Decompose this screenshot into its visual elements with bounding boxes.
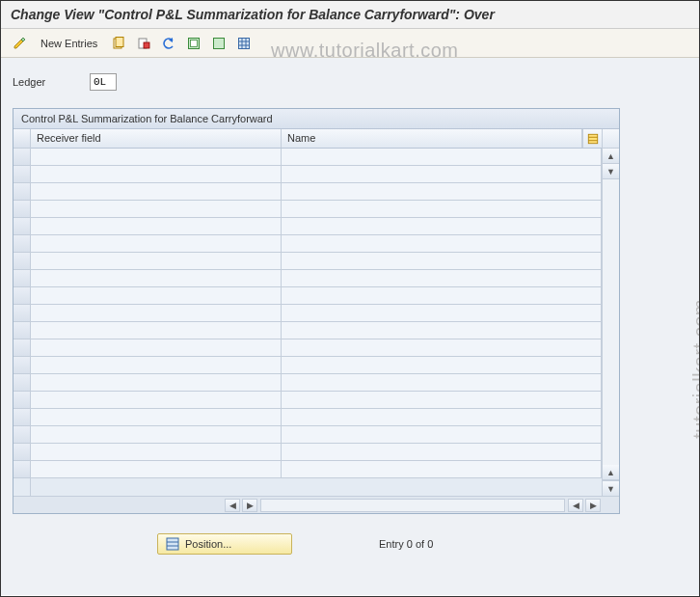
- column-header-name[interactable]: Name: [282, 129, 582, 148]
- grid-select-row[interactable]: [13, 339, 30, 357]
- table-row[interactable]: [31, 461, 602, 478]
- page-title: Change View "Control P&L Summarization f…: [1, 1, 699, 29]
- table-row[interactable]: [31, 270, 602, 287]
- table-row[interactable]: [31, 166, 602, 183]
- table-row[interactable]: [31, 392, 602, 409]
- entry-count-text: Entry 0 of 0: [379, 538, 433, 550]
- svg-rect-12: [588, 134, 597, 143]
- table-row[interactable]: [31, 322, 602, 339]
- copy-as-button[interactable]: [108, 34, 129, 53]
- toolbar: New Entries: [1, 29, 699, 58]
- grid-select-row[interactable]: [13, 235, 30, 253]
- table-row[interactable]: [31, 374, 602, 392]
- vertical-scrollbar[interactable]: ▲ ▼ ▲ ▼: [602, 129, 619, 496]
- ledger-field-row: Ledger: [13, 73, 687, 91]
- undo-button[interactable]: [158, 34, 179, 53]
- hscroll-track[interactable]: [260, 499, 565, 512]
- configure-columns-button[interactable]: [582, 129, 602, 148]
- table-row[interactable]: [31, 183, 602, 201]
- table-row[interactable]: [31, 149, 602, 166]
- column-header-receiver-field[interactable]: Receiver field: [31, 129, 282, 148]
- svg-rect-3: [144, 42, 149, 48]
- position-button[interactable]: Position...: [157, 533, 292, 555]
- grid-select-row[interactable]: [13, 409, 30, 426]
- position-label: Position...: [185, 538, 231, 550]
- table-row[interactable]: [31, 218, 602, 235]
- grid-select-row[interactable]: [13, 444, 30, 461]
- grid-select-row[interactable]: [13, 201, 30, 218]
- ledger-label: Ledger: [13, 76, 70, 88]
- scroll-track[interactable]: [603, 179, 619, 465]
- grid-select-row[interactable]: [13, 149, 30, 166]
- grid-select-row[interactable]: [13, 322, 30, 339]
- svg-rect-6: [214, 38, 225, 48]
- toggle-display-change-button[interactable]: [9, 34, 30, 53]
- grid-select-row[interactable]: [13, 253, 30, 270]
- watermark-side: tutorialkart.com: [689, 299, 700, 439]
- scroll-up-button[interactable]: ▲: [603, 149, 619, 164]
- table-row[interactable]: [31, 287, 602, 305]
- table-row[interactable]: [31, 409, 602, 426]
- table-row[interactable]: [31, 305, 602, 322]
- grid-panel: Control P&L Summarization for Balance Ca…: [13, 108, 620, 514]
- svg-rect-1: [116, 37, 123, 46]
- scroll-down2-button[interactable]: ▼: [603, 480, 619, 496]
- grid-select-row[interactable]: [13, 305, 30, 322]
- ledger-input[interactable]: [90, 73, 117, 91]
- grid-select-column: [13, 129, 31, 496]
- grid-rows: [31, 149, 602, 496]
- table-row[interactable]: [31, 444, 602, 461]
- grid-select-row[interactable]: [13, 218, 30, 235]
- grid-select-row[interactable]: [13, 461, 30, 478]
- scroll-left-button[interactable]: ◀: [225, 499, 240, 512]
- grid-select-row[interactable]: [13, 270, 30, 287]
- grid-select-row[interactable]: [13, 287, 30, 305]
- grid-select-row[interactable]: [13, 426, 30, 444]
- scroll-right-button[interactable]: ▶: [242, 499, 257, 512]
- grid-select-row[interactable]: [13, 392, 30, 409]
- table-config-icon: [587, 133, 599, 145]
- select-all-button[interactable]: [183, 34, 204, 53]
- table-row[interactable]: [31, 235, 602, 253]
- table-row[interactable]: [31, 339, 602, 357]
- table-row[interactable]: [31, 253, 602, 270]
- new-entries-button[interactable]: New Entries: [34, 34, 104, 53]
- grid-panel-title: Control P&L Summarization for Balance Ca…: [13, 109, 619, 129]
- scroll-up2-button[interactable]: ▲: [603, 465, 619, 480]
- scroll-down-button[interactable]: ▼: [603, 164, 619, 179]
- grid-select-row[interactable]: [13, 183, 30, 201]
- deselect-all-button[interactable]: [208, 34, 229, 53]
- table-row[interactable]: [31, 426, 602, 444]
- delete-button[interactable]: [133, 34, 154, 53]
- grid-select-row[interactable]: [13, 374, 30, 392]
- svg-rect-5: [191, 40, 198, 46]
- table-row[interactable]: [31, 357, 602, 374]
- table-settings-button[interactable]: [233, 34, 255, 53]
- table-row[interactable]: [31, 201, 602, 218]
- svg-rect-7: [239, 38, 250, 48]
- svg-rect-15: [167, 538, 178, 550]
- grid-select-all-cell[interactable]: [13, 129, 30, 149]
- position-icon: [166, 537, 179, 551]
- horizontal-scrollbar[interactable]: ◀ ▶ ◀ ▶: [13, 496, 619, 513]
- scroll-left2-button[interactable]: ◀: [568, 499, 583, 512]
- grid-select-row[interactable]: [13, 166, 30, 183]
- scroll-right2-button[interactable]: ▶: [585, 499, 601, 512]
- grid-select-row[interactable]: [13, 357, 30, 374]
